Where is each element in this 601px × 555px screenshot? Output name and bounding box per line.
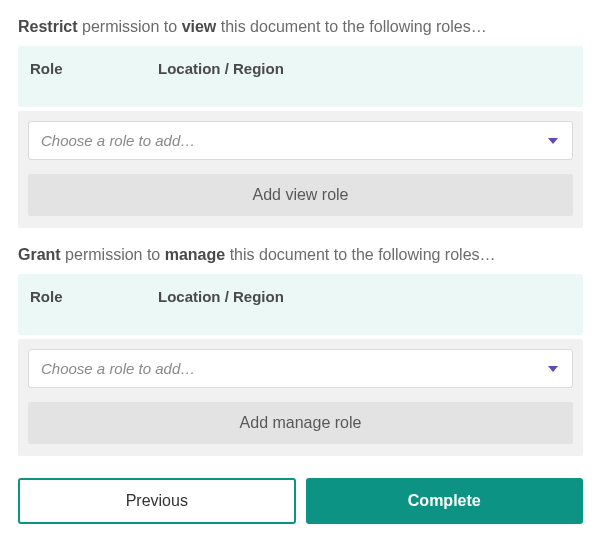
column-role: Role: [30, 288, 158, 305]
add-view-role-button[interactable]: Add view role: [28, 174, 573, 216]
chevron-down-icon: [548, 366, 558, 372]
select-placeholder: Choose a role to add…: [41, 360, 195, 377]
view-role-add-panel: Choose a role to add… Add view role: [18, 111, 583, 228]
select-placeholder: Choose a role to add…: [41, 132, 195, 149]
add-manage-role-button[interactable]: Add manage role: [28, 402, 573, 444]
column-role: Role: [30, 60, 158, 77]
chevron-down-icon: [548, 138, 558, 144]
wizard-footer: Previous Complete: [18, 478, 583, 524]
column-location: Location / Region: [158, 60, 571, 77]
grant-manage-heading: Grant permission to manage this document…: [18, 246, 583, 264]
previous-button[interactable]: Previous: [18, 478, 296, 524]
column-location: Location / Region: [158, 288, 571, 305]
manage-role-add-panel: Choose a role to add… Add manage role: [18, 339, 583, 456]
manage-role-select[interactable]: Choose a role to add…: [28, 349, 573, 388]
manage-roles-table-header: Role Location / Region: [18, 274, 583, 335]
view-role-select[interactable]: Choose a role to add…: [28, 121, 573, 160]
view-roles-table-header: Role Location / Region: [18, 46, 583, 107]
complete-button[interactable]: Complete: [306, 478, 584, 524]
restrict-view-heading: Restrict permission to view this documen…: [18, 18, 583, 36]
